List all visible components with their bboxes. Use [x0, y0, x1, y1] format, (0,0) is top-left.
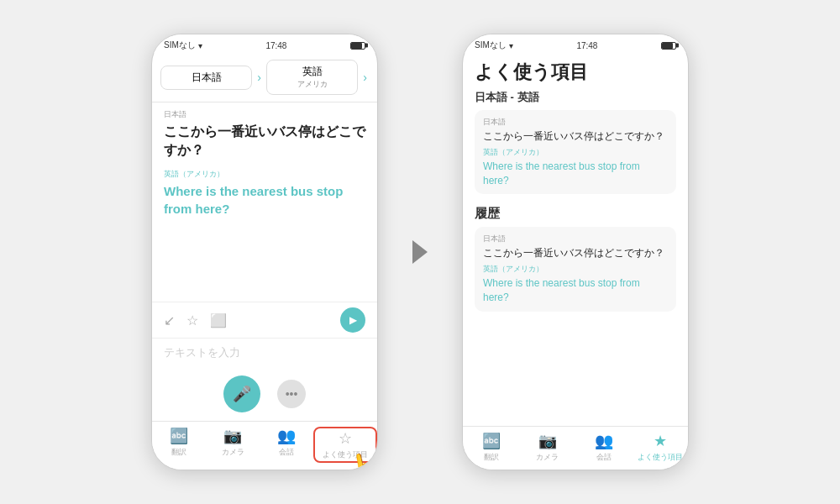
hist-source-label: 日本語	[483, 234, 668, 244]
fav-source-text: ここから一番近いバス停はどこですか？	[483, 129, 668, 144]
conversation2-tab-label: 会話	[596, 452, 612, 463]
tab2-conversation[interactable]: 👥 会話	[575, 432, 632, 463]
status-left: SIMなし ▾	[164, 39, 202, 51]
target-translation-text: Where is the nearest bus stop from here?	[164, 182, 365, 218]
translate-tab-icon: 🔤	[170, 427, 188, 445]
history-section-title: 履歴	[475, 206, 676, 222]
arrow-container	[403, 240, 437, 264]
wifi-icon-2: ▾	[509, 41, 513, 50]
mic-button[interactable]: 🎤	[223, 375, 260, 412]
status-right	[350, 42, 365, 50]
right-arrow-icon	[412, 240, 428, 264]
tab2-camera[interactable]: 📷 カメラ	[519, 432, 575, 463]
camera-tab-icon: 📷	[223, 427, 242, 445]
input-area: テキストを入力	[152, 338, 377, 367]
battery-fill	[351, 43, 362, 49]
target-lang-label: 英語（アメリカ）	[164, 169, 365, 180]
target-lang-name: 英語	[276, 65, 349, 79]
sim-label-2: SIMなし	[475, 39, 507, 51]
camera2-tab-icon: 📷	[538, 432, 557, 450]
favorites2-tab-icon: ★	[654, 432, 667, 450]
target-lang-sub: アメリカ	[276, 79, 349, 90]
target-lang-btn[interactable]: 英語 アメリカ	[266, 60, 358, 95]
translate-icon[interactable]: ↙	[164, 312, 175, 328]
fav-target-label: 英語（アメリカ）	[483, 147, 668, 158]
action-icons-bar: ↙ ☆ ⬜ ▶	[152, 302, 377, 338]
battery-fill-2	[662, 43, 673, 49]
favorites2-tab-label: よく使う項目	[638, 452, 683, 463]
copy-icon[interactable]: ⬜	[210, 312, 227, 328]
source-lang-name: 日本語	[170, 71, 243, 85]
source-lang-label: 日本語	[164, 109, 365, 120]
fav-target-text: Where is the nearest bus stop from here?	[483, 160, 668, 188]
translate2-tab-label: 翻訳	[484, 452, 499, 463]
camera-tab-label: カメラ	[222, 447, 244, 458]
tab2-favorites[interactable]: ★ よく使う項目	[632, 432, 688, 463]
target-lang-chevron[interactable]: ›	[361, 71, 369, 84]
source-translation-text: ここから一番近いバス停はどこですか？	[164, 123, 365, 160]
favorites-tab-label: よく使う項目	[323, 449, 368, 460]
favorites-page-title: よく使う項目	[475, 60, 676, 85]
tab-conversation[interactable]: 👥 会話	[260, 427, 313, 463]
history-card[interactable]: 日本語 ここから一番近いバス停はどこですか？ 英語（アメリカ） Where is…	[475, 227, 676, 311]
main-container: SIMなし ▾ 17:48 日本語 › 英語 アメリカ ›	[151, 34, 689, 470]
history-section: 履歴 日本語 ここから一番近いバス停はどこですか？ 英語（アメリカ） Where…	[475, 206, 676, 318]
translate-tab-label: 翻訳	[171, 447, 186, 458]
fav-source-label: 日本語	[483, 117, 668, 128]
favorite-card[interactable]: 日本語 ここから一番近いバス停はどこですか？ 英語（アメリカ） Where is…	[475, 110, 676, 194]
favorite-icon[interactable]: ☆	[186, 312, 198, 328]
phone1-content: 日本語 › 英語 アメリカ › 日本語 ここから一番近いバス停はどこですか？ 英…	[152, 53, 377, 470]
play-button[interactable]: ▶	[340, 307, 365, 333]
phone-right: SIMなし ▾ 17:48 よく使う項目 日本語 - 英語 日本語 ここから一番…	[462, 34, 689, 470]
hist-source-text: ここから一番近いバス停はどこですか？	[483, 246, 668, 260]
hist-target-text: Where is the nearest bus stop from here?	[483, 276, 668, 305]
tab-bar-left: 🔤 翻訳 📷 カメラ 👥 会話 ☆ よく使う項目 👆	[152, 421, 377, 470]
tab-camera[interactable]: 📷 カメラ	[206, 427, 260, 463]
conversation-tab-label: 会話	[279, 447, 294, 458]
status-left-2: SIMなし ▾	[475, 39, 513, 51]
time-label: 17:48	[265, 41, 286, 50]
battery-icon	[350, 42, 365, 50]
status-bar-right: SIMなし ▾ 17:48	[463, 34, 688, 53]
favorites-tab-icon: ☆	[339, 429, 352, 448]
tab-translate[interactable]: 🔤 翻訳	[152, 427, 206, 463]
translation-area: 日本語 ここから一番近いバス停はどこですか？ 英語（アメリカ） Where is…	[152, 102, 377, 302]
hist-target-label: 英語（アメリカ）	[483, 264, 668, 275]
source-lang-btn[interactable]: 日本語	[160, 66, 252, 90]
input-placeholder-text: テキストを入力	[164, 345, 365, 360]
sim-label: SIMなし	[164, 39, 196, 51]
time-label-2: 17:48	[576, 41, 597, 50]
battery-icon-2	[661, 42, 676, 50]
more-button[interactable]: •••	[277, 380, 306, 408]
favorites-section-label: 日本語 - 英語	[475, 90, 676, 105]
wifi-icon: ▾	[198, 41, 202, 50]
phone-left: SIMなし ▾ 17:48 日本語 › 英語 アメリカ ›	[151, 34, 378, 470]
conversation-tab-icon: 👥	[277, 427, 296, 445]
tab-bar-right: 🔤 翻訳 📷 カメラ 👥 会話 ★ よく使う項目	[463, 426, 688, 470]
lang-selector: 日本語 › 英語 アメリカ ›	[152, 53, 377, 102]
tab2-translate[interactable]: 🔤 翻訳	[463, 432, 519, 463]
tab-favorites[interactable]: ☆ よく使う項目 👆	[313, 427, 377, 463]
camera2-tab-label: カメラ	[536, 452, 559, 463]
translate2-tab-icon: 🔤	[482, 432, 501, 450]
phone2-content: よく使う項目 日本語 - 英語 日本語 ここから一番近いバス停はどこですか？ 英…	[463, 53, 688, 426]
conversation2-tab-icon: 👥	[595, 432, 613, 450]
status-right-2	[661, 42, 676, 50]
status-bar-left: SIMなし ▾ 17:48	[152, 34, 377, 53]
lang-swap-icon[interactable]: ›	[255, 71, 263, 84]
bottom-actions: 🎤 •••	[152, 367, 377, 421]
